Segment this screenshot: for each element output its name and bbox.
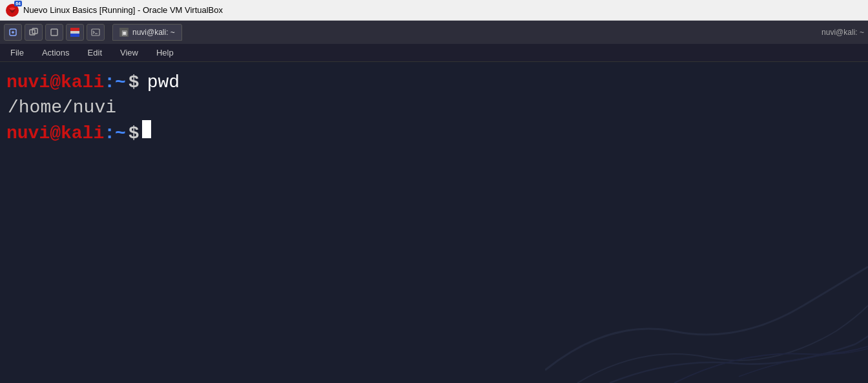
vm-tab-terminal[interactable]: ▣ nuvi@kali: ~ [112, 24, 182, 41]
vbox-badge: 64 [14, 1, 22, 6]
prompt-user-1: nuvi@kali [6, 70, 104, 95]
svg-rect-7 [70, 34, 79, 37]
vm-toolbar: ▣ nuvi@kali: ~ nuvi@kali: ~ [0, 21, 868, 44]
toolbar-btn-1[interactable] [4, 24, 22, 41]
svg-rect-4 [51, 29, 57, 36]
toolbar-btn-terminal[interactable] [87, 24, 105, 41]
window-title: Nuevo Linux Basics [Running] - Oracle VM… [23, 5, 223, 15]
terminal-line-2: nuvi@kali :~ $ [6, 120, 862, 146]
dragon-watermark [545, 189, 868, 383]
terminal-output-1: /home/nuvi [6, 95, 862, 120]
menu-help[interactable]: Help [152, 47, 178, 59]
prompt-tilde-1: :~ [104, 70, 126, 95]
menu-file[interactable]: File [6, 47, 28, 59]
prompt-cmd-1: pwd [147, 70, 180, 95]
menu-bar: File Actions Edit View Help [0, 44, 868, 62]
toolbar-btn-3[interactable] [45, 24, 63, 41]
title-bar: 64 Nuevo Linux Basics [Running] - Oracle… [0, 0, 868, 21]
terminal-cursor [142, 120, 151, 138]
terminal-area[interactable]: nuvi@kali :~ $ pwd /home/nuvi nuvi@kali … [0, 62, 868, 383]
prompt-dollar-1: $ [129, 70, 140, 95]
toolbar-btn-flag[interactable] [66, 24, 84, 41]
terminal-tab-icon: ▣ [119, 28, 129, 37]
menu-view[interactable]: View [116, 47, 142, 59]
menu-edit[interactable]: Edit [84, 47, 106, 59]
user-info-display: nuvi@kali: ~ [822, 28, 864, 37]
menu-actions[interactable]: Actions [38, 47, 74, 59]
tab-label: nuvi@kali: ~ [132, 28, 175, 37]
terminal-content: nuvi@kali :~ $ pwd /home/nuvi nuvi@kali … [6, 70, 862, 147]
toolbar-btn-2[interactable] [25, 24, 43, 41]
svg-rect-5 [70, 28, 79, 31]
terminal-line-1: nuvi@kali :~ $ pwd [6, 70, 862, 95]
svg-rect-8 [92, 29, 99, 36]
svg-rect-6 [70, 31, 79, 34]
prompt-user-2: nuvi@kali [6, 121, 104, 146]
prompt-tilde-2: :~ [104, 121, 126, 146]
vbox-icon: 64 [5, 3, 19, 17]
prompt-dollar-2: $ [129, 121, 140, 146]
